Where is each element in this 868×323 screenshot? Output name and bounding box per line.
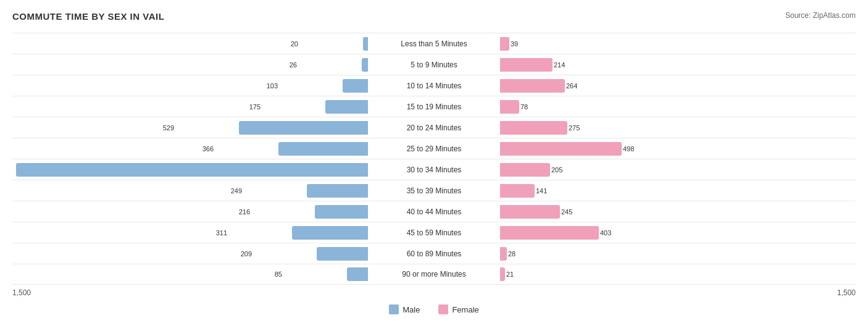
male-value: 249 [231,187,242,195]
female-value: 39 [511,40,518,48]
female-bar [500,267,505,281]
row-right-section: 403 [498,226,856,240]
axis-right-label: 1,500 [496,288,856,297]
axis-left-label: 1,500 [12,288,372,297]
male-bar [325,100,368,114]
male-value: 85 [275,271,282,278]
row-right-section: 21 [498,267,856,281]
row-label: 60 to 89 Minutes [370,250,498,258]
row-left-section: 366 [12,142,370,156]
chart-row: 17515 to 19 Minutes78 [12,96,856,117]
female-bar [500,163,550,177]
legend-female-box [438,304,448,314]
row-left-section: 175 [12,100,370,114]
legend-male-label: Male [403,305,420,314]
female-bar [500,184,535,198]
chart-row: 21640 to 44 Minutes245 [12,201,856,222]
row-right-section: 275 [498,121,856,135]
row-label: 30 to 34 Minutes [370,166,498,174]
row-label: 5 to 9 Minutes [370,61,498,69]
row-label: 90 or more Minutes [370,270,498,279]
chart-row: 8590 or more Minutes21 [12,264,856,285]
male-bar [278,142,368,156]
chart-row: 10310 to 14 Minutes264 [12,75,856,96]
row-label: 10 to 14 Minutes [370,82,498,90]
row-label: 15 to 19 Minutes [370,103,498,111]
row-label: 20 to 24 Minutes [370,124,498,132]
female-value: 264 [566,82,577,90]
female-bar [500,226,599,240]
male-bar [362,58,368,72]
male-bar [347,267,368,281]
row-left-section: 26 [12,58,370,72]
chart-row: 36625 to 29 Minutes498 [12,138,856,159]
male-value: 209 [241,250,252,258]
male-value: 366 [202,145,214,153]
female-bar [500,121,567,135]
legend-male-box [389,304,399,314]
male-bar [292,226,368,240]
chart-row: 31145 to 59 Minutes403 [12,222,856,243]
female-bar [500,58,553,72]
row-right-section: 264 [498,79,856,93]
female-bar [500,100,519,114]
legend-male: Male [389,304,420,314]
row-label: 35 to 39 Minutes [370,187,498,195]
female-bar [500,205,560,219]
male-value: 20 [291,40,298,48]
chart-row: 20Less than 5 Minutes39 [12,33,856,54]
axis-row: 1,500 1,500 [12,288,856,297]
row-left-section: 20 [12,37,370,51]
male-value: 529 [163,124,174,132]
chart-row: 1,44030 to 34 Minutes205 [12,159,856,180]
male-bar [343,79,368,93]
chart-row: 265 to 9 Minutes214 [12,54,856,75]
female-bar [500,79,565,93]
row-right-section: 28 [498,247,856,261]
row-label: 40 to 44 Minutes [370,208,498,216]
chart-row: 24935 to 39 Minutes141 [12,180,856,201]
row-left-section: 216 [12,205,370,219]
row-right-section: 205 [498,163,856,177]
female-value: 275 [569,124,580,132]
female-value: 141 [536,187,547,195]
row-right-section: 141 [498,184,856,198]
row-label: 25 to 29 Minutes [370,145,498,153]
row-label: 45 to 59 Minutes [370,229,498,237]
female-bar [500,142,622,156]
female-value: 403 [600,229,611,237]
legend-female-label: Female [452,305,478,314]
female-value: 245 [561,208,572,216]
male-bar [307,184,368,198]
female-bar [500,247,507,261]
legend-female: Female [438,304,478,314]
chart-row: 20960 to 89 Minutes28 [12,243,856,264]
male-bar [16,163,368,177]
row-right-section: 214 [498,58,856,72]
row-left-section: 209 [12,247,370,261]
chart-row: 52920 to 24 Minutes275 [12,117,856,138]
legend: Male Female [12,304,856,314]
female-value: 78 [520,103,528,111]
male-value: 175 [249,103,261,111]
chart-container: COMMUTE TIME BY SEX IN VAIL Source: ZipA… [0,0,868,323]
row-left-section: 529 [12,121,370,135]
row-left-section: 103 [12,79,370,93]
row-label: Less than 5 Minutes [370,40,498,48]
female-bar [500,37,509,51]
male-value: 26 [290,61,297,69]
source-label: Source: ZipAtlas.com [785,11,856,20]
male-bar [363,37,368,51]
row-right-section: 78 [498,100,856,114]
male-value: 311 [216,229,227,237]
row-right-section: 39 [498,37,856,51]
row-left-section: 311 [12,226,370,240]
chart-title: COMMUTE TIME BY SEX IN VAIL [12,11,856,22]
male-bar [317,247,368,261]
male-value: 216 [239,208,250,216]
female-value: 205 [551,166,562,174]
row-right-section: 498 [498,142,856,156]
male-value: 103 [267,82,278,90]
chart-area: 20Less than 5 Minutes39265 to 9 Minutes2… [12,33,856,285]
row-left-section: 1,440 [12,163,370,177]
